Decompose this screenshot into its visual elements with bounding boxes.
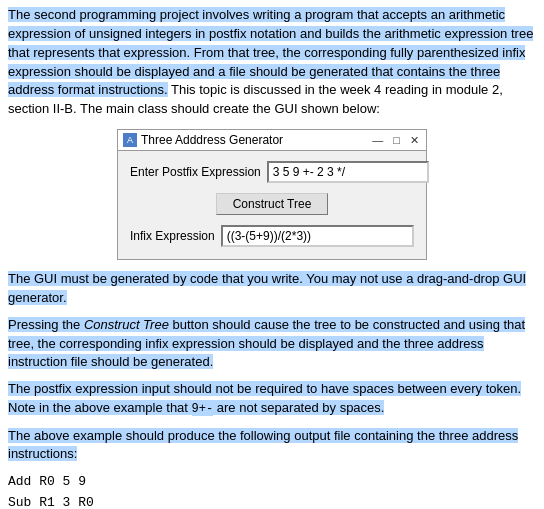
close-button[interactable]: ✕	[408, 134, 421, 147]
postfix-highlight: The postfix expression input should not …	[8, 381, 521, 415]
postfix-paragraph: The postfix expression input should not …	[8, 380, 536, 418]
postfix-after: are not separated by spaces.	[213, 400, 384, 415]
postfix-label: Enter Postfix Expression	[130, 165, 261, 179]
infix-label: Infix Expression	[130, 229, 215, 243]
construct-tree-button[interactable]: Construct Tree	[216, 193, 329, 215]
window-icon: A	[123, 133, 137, 147]
gui-paragraph: The GUI must be generated by code that y…	[8, 270, 536, 308]
construct-row: Construct Tree	[130, 193, 414, 215]
output-paragraph: The above example should produce the fol…	[8, 427, 536, 465]
intro-paragraph: The second programming project involves …	[8, 6, 536, 119]
gui-container: A Three Adddress Generator — □ ✕ Enter P…	[8, 129, 536, 260]
window-body: Enter Postfix Expression Construct Tree …	[118, 151, 426, 259]
window-titlebar: A Three Adddress Generator — □ ✕	[118, 130, 426, 151]
code-line-2: Sub R1 3 R0	[8, 493, 536, 509]
minimize-button[interactable]: —	[370, 134, 385, 146]
window-controls[interactable]: — □ ✕	[370, 134, 421, 147]
construct-paragraph: Pressing the Construct Tree button shoul…	[8, 316, 536, 373]
window-title: Three Adddress Generator	[141, 133, 283, 147]
intro-highlight: The second programming project involves …	[8, 7, 533, 97]
infix-input[interactable]	[221, 225, 414, 247]
app-window: A Three Adddress Generator — □ ✕ Enter P…	[117, 129, 427, 260]
infix-row: Infix Expression	[130, 225, 414, 247]
construct-keyword: Construct Tree	[84, 317, 169, 332]
postfix-code: 9+-	[192, 402, 214, 416]
postfix-row: Enter Postfix Expression	[130, 161, 414, 183]
window-title-left: A Three Adddress Generator	[123, 133, 283, 147]
postfix-input[interactable]	[267, 161, 429, 183]
construct-highlight: Pressing the Construct Tree button shoul…	[8, 317, 525, 370]
gui-highlight: The GUI must be generated by code that y…	[8, 271, 526, 305]
maximize-button[interactable]: □	[391, 134, 402, 146]
code-block: Add R0 5 9 Sub R1 3 R0 Mul R2 2 3 Div R3…	[8, 472, 536, 509]
output-highlight: The above example should produce the fol…	[8, 428, 518, 462]
code-line-1: Add R0 5 9	[8, 472, 536, 493]
